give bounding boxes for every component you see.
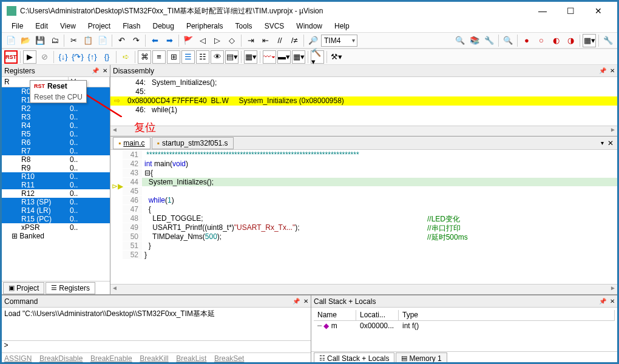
step-out-icon[interactable]: {↑} <box>86 50 99 64</box>
registers-tree[interactable]: R00..R10..R20..R30..R40..R50..R60..R70..… <box>2 87 110 281</box>
disasm-window-icon[interactable]: ≡ <box>152 50 166 64</box>
menu-edit[interactable]: Edit <box>30 21 53 32</box>
serial-icon[interactable]: ▦▾ <box>244 50 257 64</box>
menu-file[interactable]: File <box>7 21 28 32</box>
new-icon[interactable]: 📄 <box>4 34 18 47</box>
bp-enableall-icon[interactable]: ◑ <box>564 34 577 47</box>
run-to-icon[interactable]: {} <box>100 50 113 64</box>
menu-peripherals[interactable]: Peripherals <box>181 21 228 32</box>
target-combo[interactable]: TIM4 <box>321 35 357 47</box>
debug-icon[interactable]: 🔍 <box>501 34 515 47</box>
menu-window[interactable]: Window <box>291 21 327 32</box>
register-row[interactable]: R13 (SP)0.. <box>2 198 110 206</box>
tab-project[interactable]: ▣ Project <box>3 282 44 294</box>
menu-debug[interactable]: Debug <box>148 21 179 32</box>
bp-insert-icon[interactable]: ● <box>520 34 533 47</box>
scrollbar-h[interactable] <box>110 284 617 294</box>
register-row[interactable]: R70.. <box>2 147 110 155</box>
undo-icon[interactable]: ↶ <box>115 34 128 47</box>
sysview-icon[interactable]: ▦▾ <box>292 50 305 64</box>
tab-registers[interactable]: ☰ Registers <box>46 282 95 294</box>
code-editor[interactable]: 41 *************************************… <box>110 150 617 284</box>
bm-prev-icon[interactable]: ◁ <box>196 34 209 47</box>
register-row[interactable]: ⊞ Banked <box>2 232 110 240</box>
cmd-breakset[interactable]: BreakSet <box>214 354 244 363</box>
comment-icon[interactable]: // <box>273 34 286 47</box>
step-in-icon[interactable]: {↓} <box>56 50 70 64</box>
minimize-button[interactable]: — <box>529 2 556 20</box>
find2-icon[interactable]: 🔍 <box>453 34 467 47</box>
find-icon[interactable]: 🔎 <box>306 34 320 47</box>
step-over-icon[interactable]: {↷} <box>71 50 84 64</box>
cmd-breakkill[interactable]: BreakKill <box>140 354 168 363</box>
menu-flash[interactable]: Flash <box>118 21 145 32</box>
reset-button[interactable]: RST <box>4 50 18 64</box>
bm-next-icon[interactable]: ▷ <box>211 34 224 47</box>
disassembly-body[interactable]: 44: System_Initializes(); 45: ⇨0x08000CD… <box>110 77 617 126</box>
memory-icon[interactable]: ▤▾ <box>225 50 238 64</box>
menu-tools[interactable]: Tools <box>231 21 257 32</box>
register-row[interactable]: R110.. <box>2 181 110 189</box>
analyzer-icon[interactable]: 〰▾ <box>263 50 276 64</box>
register-row[interactable]: R90.. <box>2 164 110 172</box>
tab-startup-s[interactable]: ▪startup_stm32f051.s <box>152 137 234 149</box>
window-layout-icon[interactable]: ▦▾ <box>583 34 596 47</box>
config-icon[interactable]: 🔧 <box>482 34 496 47</box>
cmd-breakenable[interactable]: BreakEnable <box>90 354 132 363</box>
open-icon[interactable]: 📂 <box>19 34 32 47</box>
register-row[interactable]: R120.. <box>2 189 110 198</box>
stop-icon[interactable]: ⊘ <box>38 50 51 64</box>
tools-icon[interactable]: ⚒▾ <box>330 50 343 64</box>
outdent-icon[interactable]: ⇤ <box>259 34 272 47</box>
bp-disable-icon[interactable]: ○ <box>535 34 548 47</box>
register-row[interactable]: R30.. <box>2 113 110 121</box>
copy-icon[interactable]: 📋 <box>81 34 95 47</box>
command-input[interactable] <box>10 341 311 352</box>
register-row[interactable]: R14 (LR)0.. <box>2 206 110 215</box>
callstack-icon[interactable]: ☷ <box>196 50 209 64</box>
redo-icon[interactable]: ↷ <box>129 34 143 47</box>
maximize-button[interactable]: ☐ <box>556 2 584 20</box>
bookmark-icon[interactable]: 🚩 <box>181 34 195 47</box>
tab-dropdown-icon[interactable]: ▾ <box>601 140 604 146</box>
saveall-icon[interactable]: 🗂 <box>48 34 61 47</box>
register-row[interactable]: R80.. <box>2 155 110 164</box>
menu-project[interactable]: Project <box>83 21 115 32</box>
trace-icon[interactable]: ▬▾ <box>277 50 291 64</box>
scrollbar-h[interactable] <box>110 126 617 136</box>
tab-callstack[interactable]: ☷ Call Stack + Locals <box>314 352 394 365</box>
cut-icon[interactable]: ✂ <box>67 34 80 47</box>
register-row[interactable]: xPSR0.. <box>2 223 110 232</box>
close-button[interactable]: ✕ <box>584 2 612 20</box>
panel-close-icon[interactable]: ✕ <box>610 298 615 305</box>
cmd-assign[interactable]: ASSIGN <box>4 354 32 363</box>
pin-icon[interactable]: 📌 <box>599 67 606 74</box>
menu-svcs[interactable]: SVCS <box>260 21 289 32</box>
register-row[interactable]: R40.. <box>2 121 110 130</box>
menu-view[interactable]: View <box>55 21 81 32</box>
tab-main-c[interactable]: ▪main.c <box>113 137 151 149</box>
panel-close-icon[interactable]: ✕ <box>610 67 615 74</box>
pin-icon[interactable]: 📌 <box>92 67 99 74</box>
paste-icon[interactable]: 📄 <box>96 34 109 47</box>
cmd-window-icon[interactable]: ⌘ <box>138 50 151 64</box>
register-row[interactable]: R50.. <box>2 130 110 138</box>
pin-icon[interactable]: 📌 <box>293 298 300 305</box>
run-icon[interactable]: ▶ <box>23 50 36 64</box>
bm-clear-icon[interactable]: ◇ <box>225 34 238 47</box>
tab-close-icon[interactable]: ✕ <box>607 139 614 147</box>
panel-close-icon[interactable]: ✕ <box>103 67 107 74</box>
cmd-breakdisable[interactable]: BreakDisable <box>39 354 83 363</box>
save-icon[interactable]: 💾 <box>33 34 47 47</box>
register-row[interactable]: R100.. <box>2 172 110 181</box>
cmd-breaklist[interactable]: BreakList <box>176 354 206 363</box>
callstack-row[interactable]: ┈ ◆ m 0x00000... int f() <box>314 321 615 332</box>
symbols-icon[interactable]: ⊞ <box>167 50 180 64</box>
registers-icon[interactable]: ☰ <box>181 50 195 64</box>
panel-close-icon[interactable]: ✕ <box>303 298 308 305</box>
uncomment-icon[interactable]: /≠ <box>288 34 301 47</box>
watch-icon[interactable]: 👁 <box>211 50 224 64</box>
indent-icon[interactable]: ⇥ <box>244 34 257 47</box>
nav-back-icon[interactable]: ⬅ <box>148 34 161 47</box>
tab-memory1[interactable]: ▤ Memory 1 <box>396 352 447 365</box>
